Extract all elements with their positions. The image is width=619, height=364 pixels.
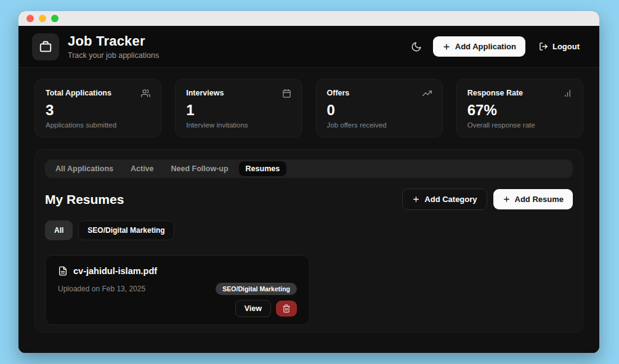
section-header-row: My Resumes Add Category Add Resume (45, 188, 573, 210)
resume-actions-row: View (58, 300, 297, 317)
app-window: Job Tracker Track your job applications … (18, 11, 599, 353)
category-filter-row: All SEO/Digital Marketing (45, 220, 573, 240)
stat-value: 67% (467, 102, 572, 119)
tab-all-applications[interactable]: All Applications (49, 161, 120, 176)
page-subtitle: Track your job applications (68, 51, 159, 60)
stat-card-response-rate: Response Rate 67% Overall response rate (456, 79, 583, 137)
stat-description: Overall response rate (467, 121, 572, 129)
traffic-light-zoom-icon[interactable] (51, 15, 59, 22)
delete-resume-button[interactable] (276, 301, 297, 317)
header-brand: Job Tracker Track your job applications (32, 33, 159, 60)
header-actions: Add Application Logout (411, 36, 582, 57)
stat-label: Response Rate (467, 89, 523, 97)
plus-icon (442, 42, 451, 51)
logout-button[interactable]: Logout (536, 36, 582, 57)
theme-toggle-button[interactable] (411, 41, 422, 52)
stat-description: Applications submitted (46, 121, 150, 129)
filter-chip-all[interactable]: All (45, 220, 73, 240)
stats-row: Total Applications 3 Applications submit… (34, 79, 583, 137)
stat-description: Interview invitations (186, 121, 291, 129)
stat-card-total-applications: Total Applications 3 Applications submit… (34, 79, 161, 137)
add-category-button[interactable]: Add Category (402, 188, 487, 210)
briefcase-icon (39, 40, 52, 54)
bar-chart-icon (563, 89, 572, 98)
stat-card-interviews: Interviews 1 Interview invitations (175, 79, 302, 137)
stat-label: Interviews (186, 89, 224, 97)
logout-icon (539, 42, 548, 51)
add-application-button[interactable]: Add Application (433, 36, 525, 57)
page-title: Job Tracker (68, 33, 159, 49)
resume-category-badge: SEO/Digital Marketing (216, 283, 297, 295)
logout-label: Logout (552, 42, 580, 51)
app-header: Job Tracker Track your job applications … (18, 26, 599, 68)
tab-need-follow-up[interactable]: Need Follow-up (164, 161, 235, 176)
tab-active[interactable]: Active (124, 161, 161, 176)
view-resume-button[interactable]: View (235, 300, 271, 317)
window-titlebar (18, 11, 599, 26)
file-text-icon (58, 266, 68, 276)
trash-icon (282, 304, 291, 313)
stat-card-offers: Offers 0 Job offers received (316, 79, 443, 137)
app-content: Job Tracker Track your job applications … (18, 26, 599, 353)
resume-filename: cv-jahidul-islam.pdf (73, 266, 157, 276)
stat-value: 1 (186, 102, 291, 119)
add-resume-label: Add Resume (515, 195, 564, 204)
plus-icon (412, 195, 420, 203)
section-actions: Add Category Add Resume (402, 188, 573, 210)
stat-description: Job offers received (327, 121, 432, 129)
resume-meta-row: Uploaded on Feb 13, 2025 SEO/Digital Mar… (58, 283, 297, 295)
filter-chip-seo-digital-marketing[interactable]: SEO/Digital Marketing (78, 220, 174, 240)
users-icon (141, 89, 150, 98)
tab-resumes[interactable]: Resumes (239, 161, 287, 176)
stat-value: 0 (327, 102, 432, 119)
header-text: Job Tracker Track your job applications (68, 33, 159, 60)
section-title: My Resumes (45, 192, 124, 207)
stat-label: Total Applications (46, 89, 111, 97)
tab-bar: All Applications Active Need Follow-up R… (45, 160, 573, 178)
calendar-icon (282, 89, 291, 98)
add-category-label: Add Category (424, 195, 477, 204)
plus-icon (503, 195, 511, 203)
resume-title-row: cv-jahidul-islam.pdf (58, 266, 297, 276)
moon-icon (411, 41, 422, 52)
stat-value: 3 (46, 102, 150, 119)
add-resume-button[interactable]: Add Resume (493, 189, 573, 209)
resumes-panel: All Applications Active Need Follow-up R… (34, 149, 583, 333)
traffic-light-minimize-icon[interactable] (39, 15, 46, 22)
add-application-label: Add Application (455, 42, 516, 51)
resume-upload-date: Uploaded on Feb 13, 2025 (58, 285, 145, 293)
app-logo (32, 33, 59, 60)
traffic-light-close-icon[interactable] (26, 15, 34, 22)
resume-card: cv-jahidul-islam.pdf Uploaded on Feb 13,… (45, 255, 310, 325)
trending-up-icon (423, 89, 432, 98)
stat-label: Offers (327, 89, 350, 97)
